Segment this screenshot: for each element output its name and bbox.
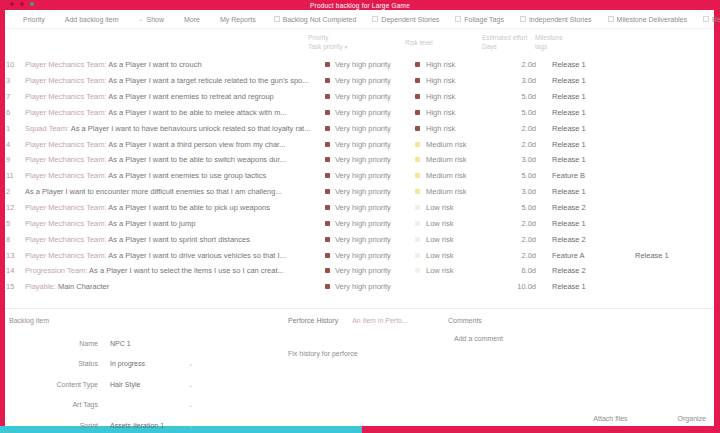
table-row[interactable]: 15Playable: Main CharacterVery high prio… (5, 279, 714, 295)
estimated-days: 2.0d (495, 140, 538, 149)
risk-cell[interactable]: Low risk (415, 266, 495, 275)
risk-cell[interactable]: Medium risk (415, 187, 495, 196)
milestone-tags-cell[interactable]: Release 1 (538, 155, 714, 164)
column-header-priority[interactable]: Priority Task priority ▾ (308, 34, 347, 51)
milestone-tags-cell[interactable]: Release 1 (538, 108, 714, 117)
table-row[interactable]: 8Player Mechanics Team: As a Player I wa… (5, 231, 714, 247)
table-row[interactable]: 2As a Player I want to encounter more di… (5, 184, 714, 200)
risk-cell[interactable]: Low risk (415, 219, 495, 228)
toggle-dependent-stories[interactable]: Dependent Stories (364, 16, 447, 23)
risk-cell[interactable]: High risk (415, 92, 495, 101)
milestone-tags-cell[interactable]: Release 1 (538, 76, 714, 85)
detail-fields: NameNPC 1StatusIn progress⌄Content TypeH… (5, 333, 193, 433)
milestone-tags-cell[interactable]: Release 1 (538, 219, 714, 228)
chevron-down-icon[interactable]: ⌄ (188, 381, 193, 388)
field-value[interactable]: In progress (110, 360, 188, 367)
milestone-tags-cell[interactable]: Release 1 (538, 140, 714, 149)
toggle-release-1-status[interactable]: Release 1 Status (695, 16, 720, 23)
field-label: Art Tags (5, 401, 110, 408)
table-row[interactable]: 7Player Mechanics Team: As a Player I wa… (5, 89, 714, 105)
milestone-tags-cell[interactable]: Release 1 (538, 124, 714, 133)
table-row[interactable]: 11Player Mechanics Team: As a Player I w… (5, 168, 714, 184)
window-controls[interactable] (10, 2, 34, 6)
priority-cell[interactable]: Very high priority (325, 235, 415, 244)
table-row[interactable]: 4Player Mechanics Team: As a Player I wa… (5, 136, 714, 152)
item-title: As a Player I want to crouch (108, 60, 201, 69)
table-row[interactable]: 12Player Mechanics Team: As a Player I w… (5, 200, 714, 216)
risk-cell[interactable]: Low risk (415, 203, 495, 212)
milestone-tag: Release 1 (552, 187, 586, 196)
priority-cell[interactable]: Very high priority (325, 155, 415, 164)
milestone-tags-cell[interactable]: Release 1 (538, 60, 714, 69)
priority-label: Very high priority (335, 266, 391, 275)
risk-cell[interactable]: High risk (415, 76, 495, 85)
priority-cell[interactable]: Very high priority (325, 203, 415, 212)
milestone-tags-cell[interactable]: Feature B (538, 171, 714, 180)
table-row[interactable]: 1Squad Team: As a Player I want to have … (5, 120, 714, 136)
priority-cell[interactable]: Very high priority (325, 266, 415, 275)
perforce-item-link[interactable]: An item in Perfo... (352, 317, 408, 324)
priority-cell[interactable]: Very high priority (325, 140, 415, 149)
risk-cell[interactable]: High risk (415, 124, 495, 133)
field-value[interactable]: Hair Style (110, 381, 188, 388)
field-value[interactable]: NPC 1 (110, 340, 188, 347)
milestone-tags-cell[interactable]: Release 1 (538, 282, 714, 291)
priority-icon (325, 268, 330, 273)
table-row[interactable]: 14Progression Team: As a Player I want t… (5, 263, 714, 279)
priority-cell[interactable]: Very high priority (325, 60, 415, 69)
column-header-milestone[interactable]: Milestone tags (535, 34, 563, 51)
table-row[interactable]: 5Player Mechanics Team: As a Player I wa… (5, 215, 714, 231)
milestone-tags-cell[interactable]: Release 2 (538, 235, 714, 244)
column-header-risk[interactable]: Risk level (405, 39, 433, 48)
priority-cell[interactable]: Very high priority (325, 92, 415, 101)
table-row[interactable]: 3Player Mechanics Team: As a Player I wa… (5, 73, 714, 89)
risk-icon (415, 62, 420, 67)
risk-cell[interactable]: High risk (415, 60, 495, 69)
menu-add-backlog-item[interactable]: Add backlog item (55, 16, 129, 23)
milestone-tags-cell[interactable]: Release 1 (538, 187, 714, 196)
priority-cell[interactable]: Very high priority (325, 251, 415, 260)
organize-button[interactable]: Organize (678, 415, 706, 422)
table-row[interactable]: 10Player Mechanics Team: As a Player I w… (5, 57, 714, 73)
priority-icon (325, 157, 330, 162)
toggle-backlog-not-completed[interactable]: Backlog Not Completed (266, 16, 365, 23)
milestone-tag: Release 1 (552, 108, 586, 117)
add-comment-button[interactable]: Add a comment (448, 335, 503, 342)
risk-cell[interactable] (415, 284, 495, 289)
milestone-tags-cell[interactable]: Release 2 (538, 266, 714, 275)
chevron-down-icon[interactable]: ⌄ (188, 401, 193, 408)
milestone-tags-cell[interactable]: Feature ARelease 1 (538, 251, 714, 260)
priority-cell[interactable]: Very high priority (325, 187, 415, 196)
attach-files-button[interactable]: Attach files (593, 415, 627, 422)
menu-priority[interactable]: Priority (13, 16, 55, 23)
risk-cell[interactable]: High risk (415, 108, 495, 117)
toggle-foliage-tags[interactable]: Foliage Tags (447, 16, 512, 23)
chevron-down-icon[interactable]: ⌄ (188, 422, 193, 429)
priority-cell[interactable]: Very high priority (325, 282, 415, 291)
risk-cell[interactable]: Medium risk (415, 155, 495, 164)
risk-cell[interactable]: Low risk (415, 251, 495, 260)
menu-more[interactable]: More (174, 16, 210, 23)
risk-cell[interactable]: Low risk (415, 235, 495, 244)
risk-cell[interactable]: Medium risk (415, 171, 495, 180)
milestone-tags-cell[interactable]: Release 2 (538, 203, 714, 212)
item-title: As a Player I want to be able to switch … (108, 155, 286, 164)
menu-show[interactable]: ⌄Show (128, 16, 174, 23)
priority-cell[interactable]: Very high priority (325, 108, 415, 117)
milestone-tags-cell[interactable]: Release 1 (538, 92, 714, 101)
table-row[interactable]: 9Player Mechanics Team: As a Player I wa… (5, 152, 714, 168)
chevron-down-icon[interactable]: ⌄ (188, 360, 193, 367)
field-value[interactable]: Assets Iteration 1 (110, 422, 188, 429)
menu-my-reports[interactable]: My Reports (210, 16, 266, 23)
table-row[interactable]: 6Player Mechanics Team: As a Player I wa… (5, 105, 714, 121)
priority-cell[interactable]: Very high priority (325, 124, 415, 133)
column-header-effort[interactable]: Estimated effort Days (482, 34, 527, 51)
toggle-independent-stories[interactable]: Independent Stories (512, 16, 600, 23)
priority-cell[interactable]: Very high priority (325, 76, 415, 85)
risk-cell[interactable]: Medium risk (415, 140, 495, 149)
toggle-milestone-deliverables[interactable]: Milestone Deliverables (600, 16, 695, 23)
table-row[interactable]: 13Player Mechanics Team: As a Player I w… (5, 247, 714, 263)
priority-cell[interactable]: Very high priority (325, 171, 415, 180)
priority-cell[interactable]: Very high priority (325, 219, 415, 228)
field-content-type: Content TypeHair Style⌄ (5, 374, 193, 395)
